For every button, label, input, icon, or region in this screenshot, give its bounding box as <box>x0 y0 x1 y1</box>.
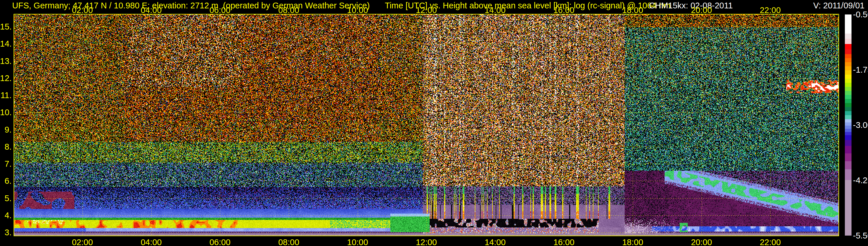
colorbar-tick-label: -0.50 <box>853 9 868 20</box>
height-tick-label: 7. <box>0 159 11 169</box>
time-tick-bottom: 16:00 <box>554 237 575 246</box>
colorbar-segment <box>845 161 851 169</box>
time-tick-top: 10:00 <box>347 5 368 15</box>
colorbar-segment <box>845 34 851 39</box>
colorbar-segment <box>845 146 851 153</box>
height-tick-label: 3. <box>0 227 11 237</box>
colorbar-segment <box>845 111 851 115</box>
colorbar-segment <box>845 49 851 54</box>
time-tick-top: 14:00 <box>485 5 506 15</box>
lidar-heatmap-canvas <box>13 14 839 236</box>
colorbar-tick-label: -5.50 <box>853 230 868 241</box>
version-label: V: 2011/09/01 <box>813 1 865 10</box>
height-tick-label: 11. <box>0 90 11 100</box>
colorbar-segment <box>845 135 851 140</box>
height-tick-label: 4. <box>0 210 11 220</box>
time-tick-top: 20:00 <box>691 5 712 15</box>
height-tick-label: 5. <box>0 193 11 203</box>
colorbar-tick-label: -3.00 <box>853 120 868 130</box>
colorbar-segment <box>845 75 851 79</box>
time-tick-top: 22:00 <box>760 5 781 15</box>
height-tick-label: 9. <box>0 125 11 134</box>
colorbar-segment <box>845 122 851 126</box>
time-tick-bottom: 04:00 <box>141 237 162 246</box>
time-tick-bottom: 10:00 <box>347 237 368 246</box>
time-tick-top: 04:00 <box>141 5 162 15</box>
height-tick-label: 13. <box>0 56 11 66</box>
time-tick-bottom: 22:00 <box>760 237 781 246</box>
colorbar-segment <box>845 169 851 180</box>
colorbar-segment <box>845 119 851 122</box>
colorbar-tick-label: -4.25 <box>853 175 868 185</box>
colorbar-segment <box>845 54 851 58</box>
height-tick-label: 15. <box>0 22 11 32</box>
time-tick-top: 12:00 <box>416 5 437 15</box>
colorbar-segment <box>845 126 851 129</box>
height-tick-label: 14. <box>0 39 11 49</box>
colorbar-segment <box>845 66 851 70</box>
ceilometer-quicklook: UFS, Germany; 47.417 N / 10.980 E; eleva… <box>0 0 868 246</box>
colorbar-segment <box>845 129 851 132</box>
time-tick-bottom: 02:00 <box>72 237 93 246</box>
height-tick-label: 6. <box>0 176 11 186</box>
colorbar-segment <box>845 103 851 107</box>
colorbar-segment <box>845 180 851 236</box>
height-tick-label: 12. <box>0 73 11 83</box>
time-tick-top: 02:00 <box>72 5 93 15</box>
time-tick-top: 06:00 <box>210 5 230 15</box>
time-tick-bottom: 12:00 <box>416 237 437 246</box>
colorbar-segment <box>845 79 851 83</box>
time-tick-bottom: 20:00 <box>691 237 712 246</box>
colorbar-segment <box>845 83 851 87</box>
height-tick-label: 8. <box>0 142 11 152</box>
height-tick-label: 10. <box>0 107 11 117</box>
time-tick-bottom: 14:00 <box>485 237 506 246</box>
time-tick-top: 18:00 <box>622 5 643 15</box>
colorbar-segment <box>845 58 851 62</box>
time-tick-bottom: 06:00 <box>210 237 230 246</box>
colorbar-segment <box>845 39 851 44</box>
time-tick-bottom: 08:00 <box>278 237 300 246</box>
time-tick-top: 16:00 <box>554 5 575 15</box>
colorbar-segment <box>845 99 851 103</box>
time-tick-top: 08:00 <box>278 5 300 15</box>
colorbar-segment <box>845 62 851 66</box>
time-tick-bottom: 18:00 <box>622 237 643 246</box>
colorbar-segment <box>845 14 851 34</box>
site-info-label: UFS, Germany; 47.417 N / 10.980 E; eleva… <box>12 1 370 10</box>
colorbar-tick-label: -1.75 <box>853 65 868 75</box>
colorbar-segment <box>845 132 851 135</box>
colorbar-segment <box>845 115 851 119</box>
colorbar-segment <box>845 87 851 91</box>
colorbar-segment <box>845 91 851 95</box>
colorbar-segment <box>845 95 851 99</box>
colorbar-segment <box>845 107 851 111</box>
colorbar <box>845 14 851 236</box>
colorbar-segment <box>845 70 851 74</box>
colorbar-segment <box>845 140 851 146</box>
colorbar-segment <box>845 44 851 49</box>
colorbar-segment <box>845 153 851 161</box>
